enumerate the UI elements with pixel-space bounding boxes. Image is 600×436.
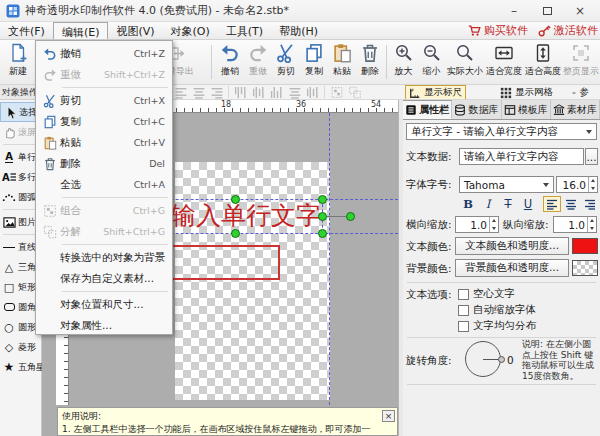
redo-button[interactable]: 重做 [244,43,272,83]
font-size-stepper[interactable]: 16.0 [556,176,598,193]
menu-edit[interactable]: 编辑(E) [53,22,109,39]
stepper-arrows-icon[interactable] [489,217,498,232]
text-color-button[interactable]: 文本颜色和透明度... [455,237,569,255]
new-button[interactable]: 新建 [3,43,33,83]
toolbar-separator [386,45,387,79]
zoom-in-button[interactable]: 放大 [390,43,417,83]
align-bottom-icon[interactable] [271,86,284,100]
tab-properties[interactable]: 属性栏 [403,100,452,119]
maximize-button[interactable] [533,2,561,20]
copy-button[interactable]: 复制 [300,43,328,83]
dial-knob-icon[interactable] [498,356,505,363]
menu-item-save-as-custom-material[interactable]: 保存为自定义素材... [36,268,172,289]
show-guides-toggle[interactable]: 显示参考线 [569,85,600,100]
menu-item-object-properties[interactable]: 对象属性... [36,315,172,336]
h-scale-stepper[interactable]: 1.0 [455,216,499,233]
show-ruler-label: 显示标尺 [424,86,462,99]
document-page[interactable] [175,162,330,400]
menu-item-object-position-size[interactable]: 对象位置和尺寸... [36,294,172,315]
font-family-dropdown[interactable]: Tahoma [459,176,554,193]
undo-icon [39,47,60,61]
align-left-button[interactable] [543,196,561,212]
usage-note-close-button[interactable]: × [382,410,395,422]
activate-software-link[interactable]: 激活软件 [538,23,598,38]
fit-width-button[interactable]: 适合宽度 [485,43,523,83]
font-size-value: 16.0 [561,179,588,191]
distribute-vertical-icon[interactable] [307,86,320,100]
tool-label: 圆弧 [18,191,36,204]
menu-file[interactable]: 文件(F) [0,22,53,39]
close-icon: × [575,4,585,18]
fit-height-button[interactable]: 适合高度 [524,43,562,83]
paste-button[interactable]: 粘贴 [328,43,356,83]
object-selector-dropdown[interactable]: 单行文字 - 请输入单行文字内容 [406,123,597,140]
delete-button[interactable]: 删除 [356,43,384,83]
selection-handle[interactable] [318,229,327,238]
menu-item-redo[interactable]: 重做Shift+Ctrl+Z [36,64,172,85]
bg-color-button[interactable]: 背景颜色和透明度... [455,259,569,277]
actual-size-button[interactable]: 实际大小 [446,43,484,83]
align-right-button[interactable] [581,196,599,212]
menu-item-undo[interactable]: 撤销Ctrl+Z [36,43,172,64]
tool-star[interactable]: ★五角星 [0,357,41,377]
hollow-text-checkbox[interactable]: 空心文字 [458,287,515,301]
tool-diamond[interactable]: ◇菱形 [0,337,41,357]
bold-button[interactable]: B [459,196,477,212]
cut-button[interactable]: 剪切 [272,43,300,83]
text-data-more-button[interactable]: ... [585,148,598,165]
distribute-horizontal-icon[interactable] [288,86,302,99]
show-grid-toggle[interactable]: 显示网格 [497,85,556,100]
tab-materials[interactable]: 素材库 [551,100,600,119]
cut-icon [276,43,296,63]
italic-button[interactable]: I [479,196,497,212]
close-button[interactable]: × [566,2,594,20]
stepper-arrows-icon[interactable] [588,177,597,192]
auto-scale-font-checkbox[interactable]: 自动缩放字体 [458,303,536,317]
align-center-button[interactable] [562,196,580,212]
rotation-handle[interactable] [346,212,355,221]
minimize-button[interactable]: – [500,2,528,20]
rectangle-object[interactable] [159,245,280,280]
group-icon[interactable] [330,86,344,99]
menu-item-copy[interactable]: 复制Ctrl+C [36,111,172,132]
even-distribution-checkbox[interactable]: 文字均匀分布 [458,319,536,333]
menu-view[interactable]: 视图(V) [108,22,162,39]
buy-software-link[interactable]: 购买软件 [468,23,528,38]
menu-item-convert-to-background[interactable]: 转换选中的对象为背景 [36,247,172,268]
align-middle-icon[interactable] [253,86,266,100]
tab-database[interactable]: 数据库 [452,100,501,119]
checkbox-label: 自动缩放字体 [473,303,536,317]
menu-tools[interactable]: 工具(T) [218,22,271,39]
selection-handle[interactable] [318,195,327,204]
bg-color-swatch[interactable] [572,260,598,276]
menu-item-delete[interactable]: 删除Del [36,153,172,174]
stepper-arrows-icon[interactable] [587,217,596,232]
ungroup-icon[interactable] [348,86,362,99]
menu-object[interactable]: 对象(O) [163,22,218,39]
selection-handle[interactable] [318,212,327,221]
align-top-icon[interactable] [235,86,248,100]
menu-item-group[interactable]: 组合Ctrl+G [36,200,172,221]
selection-handle[interactable] [231,195,240,204]
zoom-out-button[interactable]: 缩小 [418,43,445,83]
selection-handle[interactable] [231,229,240,238]
underline-button[interactable]: U [519,196,537,212]
menu-item-paste[interactable]: 粘贴Ctrl+V [36,132,172,153]
v-scale-stepper[interactable]: 1.0 [553,216,597,233]
strikethrough-button[interactable]: T [499,196,517,212]
text-color-swatch[interactable] [572,238,598,254]
menu-item-ungroup[interactable]: 分解Shift+Ctrl+G [36,221,172,242]
menu-item-cut[interactable]: 剪切Ctrl+X [36,90,172,111]
rotation-dial[interactable] [465,341,501,377]
align-right-icon[interactable] [210,86,224,99]
text-data-input[interactable]: 请输入单行文字内容 [459,148,584,165]
menu-item-select-all[interactable]: 全选Ctrl+A [36,174,172,195]
tab-templates[interactable]: 模板库 [502,100,551,119]
menu-help[interactable]: 帮助(H) [271,22,326,39]
align-center-icon[interactable] [192,86,206,99]
align-left-icon[interactable] [174,86,188,99]
undo-button[interactable]: 撤销 [216,43,244,83]
menu-item-label: 组合 [60,204,133,218]
show-ruler-toggle[interactable]: 显示标尺 [405,85,466,100]
full-page-button[interactable]: 整页显示 [562,43,600,83]
